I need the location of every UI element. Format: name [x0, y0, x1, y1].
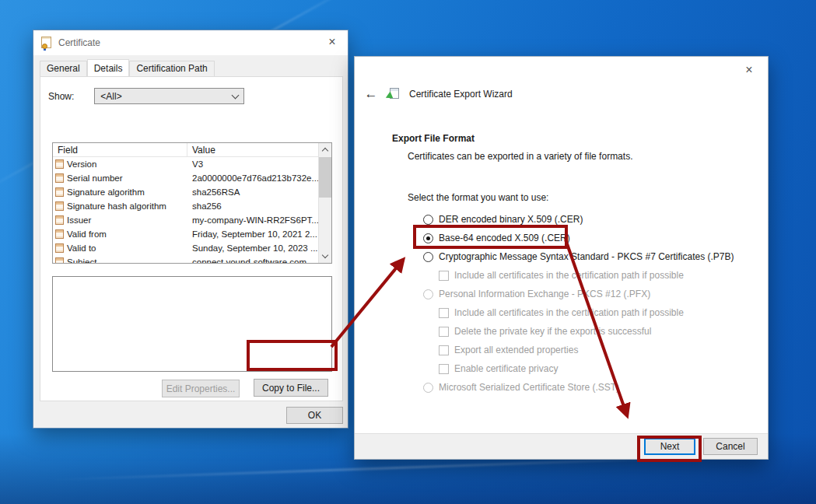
radio-sst: Microsoft Serialized Certificate Store (…: [355, 378, 768, 397]
scrollbar-thumb[interactable]: [319, 157, 331, 198]
checkbox-export-extended-properties: Export all extended properties: [355, 341, 768, 359]
cancel-button[interactable]: Cancel: [703, 438, 758, 455]
back-arrow-icon[interactable]: ←: [362, 86, 380, 102]
field-icon: [55, 201, 64, 211]
close-icon[interactable]: ×: [734, 58, 765, 82]
list-header: Field Value: [53, 143, 331, 157]
certificate-export-wizard-dialog: × ← Certificate Export Wizard Export Fil…: [354, 56, 769, 460]
radio-icon[interactable]: [423, 252, 433, 262]
show-label: Show:: [48, 91, 74, 102]
radio-checked-icon[interactable]: [423, 233, 433, 243]
copy-to-file-button[interactable]: Copy to File...: [254, 379, 328, 397]
field-icon: [55, 159, 64, 169]
export-wizard-icon: [387, 88, 401, 100]
field-value-preview-box[interactable]: [52, 276, 332, 372]
next-button[interactable]: Next: [644, 438, 695, 455]
radio-icon: [423, 289, 433, 299]
scroll-up-icon[interactable]: [319, 143, 331, 156]
table-row[interactable]: Signature hash algorithm sha256: [53, 199, 331, 213]
page-subtitle: Certificates can be exported in a variet…: [408, 151, 632, 162]
radio-icon[interactable]: [423, 215, 433, 225]
field-icon: [55, 187, 64, 197]
certificate-icon: [40, 37, 53, 49]
table-row[interactable]: Valid to Sunday, September 10, 2023 ...: [53, 241, 331, 255]
field-icon: [55, 243, 64, 253]
scroll-down-icon[interactable]: [319, 250, 331, 263]
field-icon: [55, 229, 64, 239]
details-tab-page: Show: <All> Field Value Version V3 Seria…: [40, 76, 343, 401]
dialog-title: Certificate: [58, 37, 100, 48]
table-row[interactable]: Valid from Friday, September 10, 2021 2.…: [53, 227, 331, 241]
wizard-title: Certificate Export Wizard: [409, 89, 513, 100]
checkbox-icon: [439, 308, 449, 318]
table-row[interactable]: Version V3: [53, 157, 331, 171]
table-row[interactable]: Subject connect.yound-software.com: [53, 255, 331, 264]
checkbox-include-all-pfx: Include all certificates in the certific…: [355, 303, 768, 322]
page-title: Export File Format: [392, 133, 475, 144]
wizard-footer: Next Cancel: [355, 433, 768, 459]
certificate-dialog: Certificate × General Details Certificat…: [33, 30, 348, 429]
column-field: Field: [53, 143, 187, 156]
radio-pfx: Personal Information Exchange - PKCS #12…: [355, 285, 768, 303]
table-row[interactable]: Signature algorithm sha256RSA: [53, 185, 331, 199]
table-row[interactable]: Serial number 2a0000000e7d76ad213b732e..…: [53, 171, 331, 185]
column-value: Value: [187, 143, 331, 156]
field-icon: [55, 215, 64, 225]
ok-button[interactable]: OK: [286, 407, 343, 424]
field-icon: [55, 173, 64, 183]
checkbox-icon: [439, 364, 449, 374]
checkbox-enable-certificate-privacy: Enable certificate privacy: [355, 359, 768, 378]
radio-base64-encoded[interactable]: Base-64 encoded X.509 (.CER): [355, 229, 768, 247]
show-dropdown-value: <All>: [100, 91, 121, 102]
checkbox-icon: [439, 327, 449, 337]
table-row[interactable]: Issuer my-company-WIN-RR2FS6PT...: [53, 213, 331, 227]
chevron-down-icon: [232, 91, 240, 99]
radio-pkcs7[interactable]: Cryptographic Message Syntax Standard - …: [355, 247, 768, 266]
certificate-fields-list[interactable]: Field Value Version V3 Serial number 2a0…: [52, 142, 332, 264]
show-dropdown[interactable]: <All>: [94, 88, 244, 104]
tab-general[interactable]: General: [40, 61, 87, 76]
radio-der-encoded[interactable]: DER encoded binary X.509 (.CER): [355, 210, 768, 229]
close-icon[interactable]: ×: [317, 30, 348, 54]
checkbox-delete-private-key: Delete the private key if the export is …: [355, 322, 768, 341]
vertical-scrollbar[interactable]: [318, 143, 331, 263]
edit-properties-button: Edit Properties...: [162, 380, 240, 397]
certificate-titlebar[interactable]: Certificate ×: [33, 30, 348, 55]
checkbox-include-all-pkcs7: Include all certificates in the certific…: [355, 266, 768, 285]
checkbox-icon: [439, 271, 449, 281]
checkbox-icon: [439, 345, 449, 355]
tab-strip: General Details Certification Path: [40, 61, 215, 76]
tab-details[interactable]: Details: [87, 59, 130, 77]
format-prompt-label: Select the format you want to use:: [408, 192, 548, 203]
tab-certification-path[interactable]: Certification Path: [129, 61, 214, 76]
radio-icon: [423, 383, 433, 393]
field-icon: [55, 257, 64, 264]
